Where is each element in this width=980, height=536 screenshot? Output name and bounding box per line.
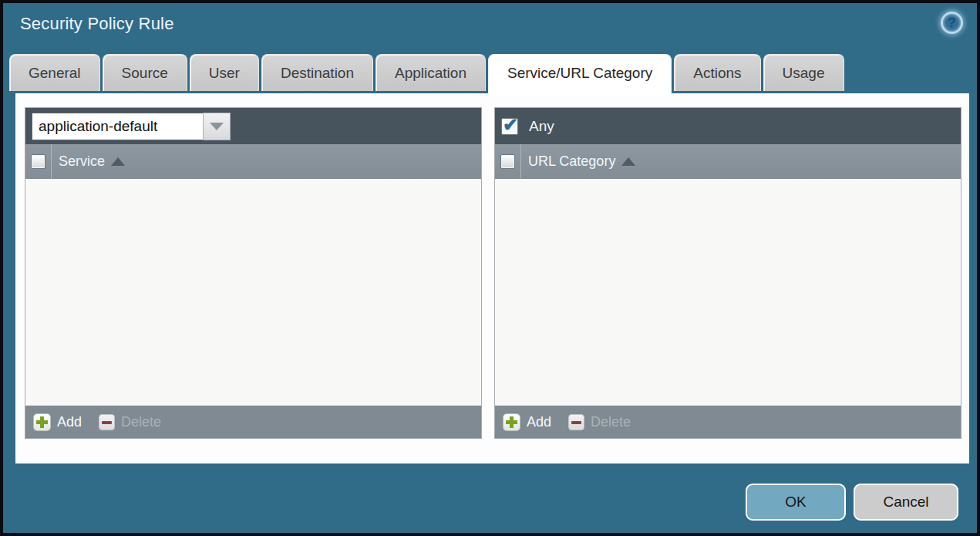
service-type-dropdown[interactable] (32, 113, 231, 140)
ok-button[interactable]: OK (746, 484, 846, 521)
any-checkbox[interactable] (501, 118, 518, 135)
service-type-dropdown-button[interactable] (203, 113, 231, 140)
service-column-header-row: Service (25, 144, 481, 180)
tab-actions[interactable]: Actions (674, 54, 760, 91)
url-category-list[interactable] (495, 180, 961, 405)
service-select-all-cell (25, 144, 52, 179)
url-category-column-header[interactable]: URL Category (528, 153, 635, 170)
url-category-footer: Add Delete (495, 405, 961, 438)
tab-content-area: Service Add Delete Any (15, 93, 969, 464)
service-footer: Add Delete (25, 405, 481, 438)
tab-application[interactable]: Application (375, 54, 486, 91)
url-category-add-button[interactable]: Add (503, 413, 551, 431)
url-category-panel: Any URL Category Add Delete (494, 107, 961, 439)
service-column-label: Service (59, 153, 105, 170)
add-icon (503, 413, 520, 431)
url-category-column-header-row: URL Category (495, 144, 961, 180)
url-category-toolbar: Any (495, 108, 961, 144)
service-type-input[interactable] (32, 113, 203, 140)
delete-label: Delete (591, 414, 631, 430)
service-select-all-checkbox[interactable] (31, 154, 45, 169)
tab-bar: General Source User Destination Applicat… (9, 54, 844, 93)
help-icon[interactable]: ? (941, 12, 963, 34)
url-category-delete-button[interactable]: Delete (551, 414, 631, 430)
dialog-title: Security Policy Rule (20, 14, 174, 34)
url-category-select-all-cell (495, 144, 521, 179)
service-add-button[interactable]: Add (33, 413, 82, 431)
sort-ascending-icon (621, 157, 635, 166)
security-policy-rule-dialog: Security Policy Rule ? General Source Us… (0, 0, 980, 536)
chevron-down-icon (210, 123, 224, 130)
tab-usage[interactable]: Usage (763, 54, 844, 91)
tab-general[interactable]: General (9, 54, 100, 91)
delete-icon (568, 414, 584, 430)
any-label: Any (529, 118, 554, 135)
tab-source[interactable]: Source (103, 54, 187, 91)
service-panel: Service Add Delete (25, 107, 482, 439)
add-label: Add (57, 414, 82, 430)
tab-service-url-category[interactable]: Service/URL Category (488, 54, 672, 96)
service-toolbar (25, 108, 481, 144)
service-list[interactable] (25, 180, 481, 405)
cancel-button[interactable]: Cancel (854, 484, 958, 521)
url-category-column-label: URL Category (528, 153, 615, 170)
add-label: Add (527, 414, 551, 430)
service-delete-button[interactable]: Delete (82, 414, 161, 430)
tab-destination[interactable]: Destination (261, 54, 373, 91)
add-icon (33, 413, 51, 431)
delete-label: Delete (121, 414, 161, 430)
sort-ascending-icon (111, 157, 125, 166)
service-column-header[interactable]: Service (59, 153, 125, 170)
delete-icon (99, 414, 115, 430)
tab-user[interactable]: User (190, 54, 259, 91)
url-category-select-all-checkbox[interactable] (500, 154, 515, 169)
